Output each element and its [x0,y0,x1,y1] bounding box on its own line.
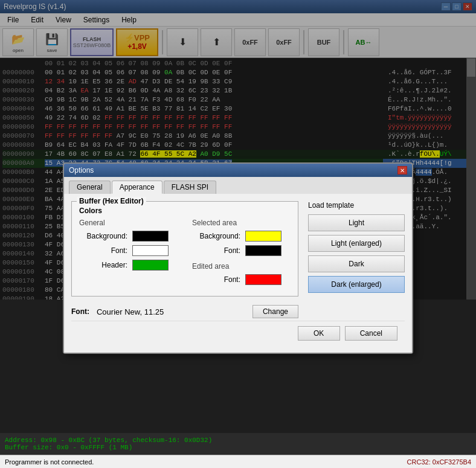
font-section-label: Font: [71,307,89,316]
dialog-overlay: Options ✕ General Apperance FLASH SPI Bu… [0,0,476,468]
buffer-group: Buffer (Hex Editor) Colors General Backg… [71,201,298,297]
general-header-swatch[interactable] [132,260,169,271]
dialog-left-panel: Buffer (Hex Editor) Colors General Backg… [71,201,298,321]
options-dialog: Options ✕ General Apperance FLASH SPI Bu… [63,162,413,354]
address-line: Address: 0x98 - 0xBC (37 bytes, checksum… [5,437,471,444]
programmer-status: Programmer is not connected. [5,458,94,466]
selected-col-title: Selected area [192,219,291,227]
dialog-right-panel: Load template Light Light (enlarged) Dar… [308,201,405,321]
crc-status: CRC32: 0xCF3275B4 [407,458,471,466]
template-dark-button[interactable]: Dark [308,255,405,272]
status-bar: Programmer is not connected. CRC32: 0xCF… [0,455,476,468]
tab-apperance[interactable]: Apperance [112,181,162,194]
selected-bg-swatch[interactable] [245,231,281,242]
font-label-3: Font: [192,275,240,284]
buffer-line: Buffer size: 0x0 - 0xFFFF (1 MB) [5,444,471,451]
bg-label-1: Background: [79,232,127,240]
load-template-title: Load template [308,201,405,210]
font-value: Courier New, 11.25 [97,307,245,316]
tab-general[interactable]: General [69,181,111,194]
tab-bar: General Apperance FLASH SPI [64,177,412,194]
edited-font-row: Font: [192,274,291,285]
selected-bg-row: Background: [192,231,291,242]
edited-col-title: Edited area [192,262,291,271]
general-bg-row: Background: [79,231,178,242]
dialog-title-bar: Options ✕ [64,164,412,177]
template-dark-enlarged-button[interactable]: Dark (enlarged) [308,276,405,293]
header-label: Header: [79,261,127,269]
dialog-content: Buffer (Hex Editor) Colors General Backg… [71,201,405,321]
dialog-footer: OK Cancel [71,321,405,345]
font-section: Font: Courier New, 11.25 Change [71,303,298,321]
colors-label: Colors [79,207,291,215]
template-section: Light Light (enlarged) Dark Dark (enlarg… [308,212,405,293]
dialog-close-button[interactable]: ✕ [397,166,407,175]
general-colors: General Background: Font: [79,219,178,289]
dialog-title-text: Options [69,166,94,175]
template-light-button[interactable]: Light [308,214,405,231]
ok-button[interactable]: OK [298,326,340,341]
general-font-row: Font: [79,245,178,256]
address-info: Address: 0x98 - 0xBC (37 bytes, checksum… [0,433,476,455]
dialog-body: Buffer (Hex Editor) Colors General Backg… [64,194,412,353]
font-label-2: Font: [192,246,240,255]
general-header-row: Header: [79,260,178,271]
colors-section: General Background: Font: [79,219,291,289]
selected-font-row: Font: [192,245,291,256]
change-font-button[interactable]: Change [252,305,298,318]
bg-label-2: Background: [192,232,240,240]
tab-flash-spi[interactable]: FLASH SPI [164,181,216,194]
general-font-swatch[interactable] [132,245,169,256]
edited-font-swatch[interactable] [245,274,281,285]
cancel-button[interactable]: Cancel [345,326,397,341]
template-light-enlarged-button[interactable]: Light (enlarged) [308,235,405,252]
font-label-1: Font: [79,246,127,255]
general-col-title: General [79,219,178,227]
selected-colors: Selected area Background: Font: [192,219,291,289]
general-bg-swatch[interactable] [132,231,169,242]
selected-font-swatch[interactable] [245,245,281,256]
buffer-group-label: Buffer (Hex Editor) [77,197,146,205]
